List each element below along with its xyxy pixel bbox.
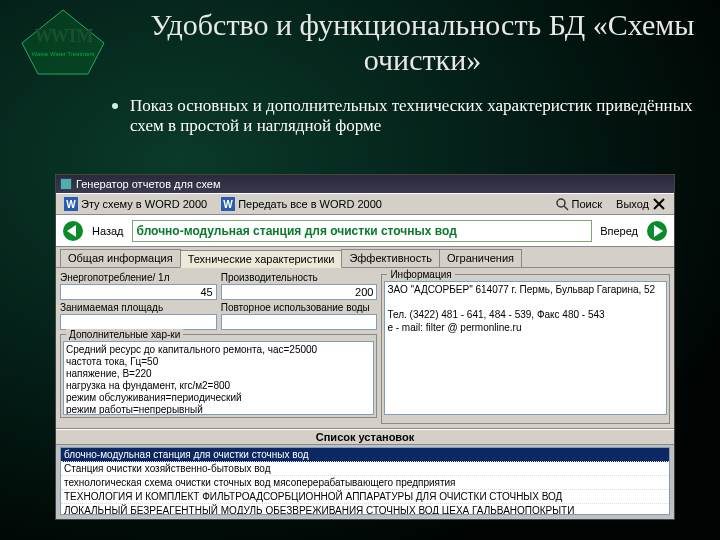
svg-text:W: W	[223, 199, 233, 210]
energy-label: Энергопотребление/ 1л	[60, 272, 217, 283]
area-label: Занимаемая площадь	[60, 302, 217, 313]
info-text: ЗАО "АДСОРБЕР" 614077 г. Пермь, Бульвар …	[384, 281, 667, 415]
nav-forward-button[interactable]	[646, 220, 668, 242]
area-input[interactable]	[60, 314, 217, 330]
energy-input[interactable]	[60, 284, 217, 300]
svg-text:Waste Water Treatment: Waste Water Treatment	[32, 51, 95, 57]
tabs: Общая информация Технические характерист…	[56, 247, 674, 268]
export-current-word-button[interactable]: W Эту схему в WORD 2000	[60, 196, 211, 212]
svg-text:W: W	[66, 199, 76, 210]
tab-efficiency[interactable]: Эффективность	[341, 249, 440, 267]
titlebar: Генератор отчетов для схем	[56, 175, 674, 193]
reuse-label: Повторное использование воды	[221, 302, 378, 313]
extra-text[interactable]: Средний ресурс до капитального ремонта, …	[63, 341, 374, 415]
toolbar: W Эту схему в WORD 2000 W Передать все в…	[56, 193, 674, 215]
word-icon: W	[64, 197, 78, 211]
current-scheme-name: блочно-модульная станция для очистки сто…	[132, 220, 593, 242]
list-header: Список установок	[56, 429, 674, 445]
slide-title: Удобство и функциональность БД «Схемы оч…	[145, 8, 700, 77]
app-window: Генератор отчетов для схем W Эту схему в…	[55, 174, 675, 520]
perf-label: Производительность	[221, 272, 378, 283]
extra-group: Дополнительные хар-ки Средний ресурс до …	[60, 334, 377, 418]
nav-back-label: Назад	[92, 225, 124, 237]
svg-point-7	[557, 199, 565, 207]
list-item[interactable]: ЛОКАЛЬНЫЙ БЕЗРЕАГЕНТНЫЙ МОДУЛЬ ОБЕЗВРЕЖИ…	[61, 504, 669, 515]
info-group: Информация ЗАО "АДСОРБЕР" 614077 г. Перм…	[381, 274, 670, 424]
tech-panel: Энергопотребление/ 1л Производительность…	[56, 268, 674, 429]
reuse-input[interactable]	[221, 314, 378, 330]
extra-label: Дополнительные хар-ки	[66, 329, 183, 340]
logo-letters: WWTM	[35, 26, 94, 46]
list-item[interactable]: технологическая схема очистки сточных во…	[61, 476, 669, 490]
slide-bullet: Показ основных и дополнительных техничес…	[130, 96, 695, 136]
export-all-word-button[interactable]: W Передать все в WORD 2000	[217, 196, 386, 212]
search-icon	[555, 197, 569, 211]
list-item[interactable]: ТЕХНОЛОГИЯ И КОМПЛЕКТ ФИЛЬТРОАДСОРБЦИОНН…	[61, 490, 669, 504]
close-icon	[652, 197, 666, 211]
tab-tech[interactable]: Технические характеристики	[180, 250, 343, 268]
list-item[interactable]: блочно-модульная станция для очистки сто…	[61, 448, 669, 462]
app-icon	[60, 178, 72, 190]
window-title: Генератор отчетов для схем	[76, 178, 220, 190]
tab-limits[interactable]: Ограничения	[439, 249, 522, 267]
perf-input[interactable]	[221, 284, 378, 300]
slide-logo: WWTM Waste Water Treatment	[18, 8, 108, 78]
tab-general[interactable]: Общая информация	[60, 249, 181, 267]
search-button[interactable]: Поиск	[551, 196, 606, 212]
nav-back-button[interactable]	[62, 220, 84, 242]
installation-list[interactable]: блочно-модульная станция для очистки сто…	[60, 447, 670, 515]
exit-button[interactable]: Выход	[612, 196, 670, 212]
word-icon: W	[221, 197, 235, 211]
nav-row: Назад блочно-модульная станция для очист…	[56, 215, 674, 247]
list-item[interactable]: Станция очистки хозяйственно-бытовых вод	[61, 462, 669, 476]
svg-line-8	[564, 206, 568, 210]
nav-forward-label: Вперед	[600, 225, 638, 237]
info-label: Информация	[387, 269, 454, 280]
